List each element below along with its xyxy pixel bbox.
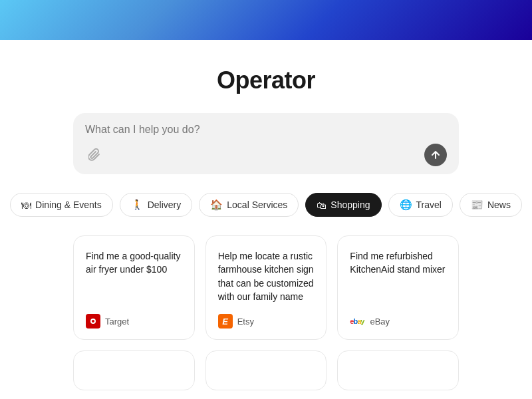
card-text: Find me a good-quality air fryer under $…	[86, 249, 182, 303]
tab-label-delivery: Delivery	[148, 200, 182, 210]
search-input[interactable]	[85, 124, 447, 136]
svg-point-2	[92, 320, 94, 323]
tab-icon-delivery: 🚶	[131, 199, 144, 211]
tab-label-local-services: Local Services	[227, 200, 287, 210]
tab-icon-travel: 🌐	[400, 199, 412, 211]
tab-news[interactable]: 📰News	[460, 193, 522, 217]
logo-target	[86, 314, 100, 329]
card-card-1[interactable]: Find me a good-quality air fryer under $…	[73, 235, 195, 340]
send-button[interactable]	[424, 144, 447, 166]
tab-icon-dining: 🍽	[21, 200, 31, 211]
tab-dining[interactable]: 🍽Dining & Events	[10, 193, 113, 217]
attach-icon[interactable]	[85, 146, 104, 164]
tab-label-travel: Travel	[416, 200, 442, 210]
cards-grid: Find me a good-quality air fryer under $…	[73, 235, 459, 340]
card-brand: Etsy	[237, 317, 254, 327]
card-footer: Target	[86, 314, 182, 329]
tab-shopping[interactable]: 🛍Shopping	[305, 193, 381, 217]
tab-label-dining: Dining & Events	[35, 200, 102, 210]
tab-delivery[interactable]: 🚶Delivery	[120, 193, 193, 217]
search-footer	[85, 144, 447, 166]
card-footer: EEtsy	[218, 314, 315, 329]
tab-label-shopping: Shopping	[331, 200, 370, 210]
tab-icon-local-services: 🏠	[210, 199, 223, 211]
tab-icon-news: 📰	[471, 199, 483, 211]
search-box	[73, 113, 459, 174]
card-stub-1	[73, 350, 195, 390]
card-text: Help me locate a rustic farmhouse kitche…	[218, 249, 315, 303]
bottom-cards-row	[73, 350, 459, 390]
app-title: Operator	[217, 66, 315, 94]
tab-icon-shopping: 🛍	[317, 200, 327, 211]
card-stub-2	[205, 350, 327, 390]
tab-label-news: News	[487, 200, 511, 210]
card-brand: eBay	[370, 317, 390, 327]
main-content: Operator 🍽Dining & Events🚶Delivery🏠Local…	[0, 0, 532, 390]
card-footer: ebayeBay	[350, 314, 446, 329]
tab-travel[interactable]: 🌐Travel	[388, 193, 453, 217]
tab-local-services[interactable]: 🏠Local Services	[199, 193, 299, 217]
logo-ebay: ebay	[350, 314, 365, 329]
card-text: Find me refurbished KitchenAid stand mix…	[350, 249, 446, 303]
card-card-3[interactable]: Find me refurbished KitchenAid stand mix…	[337, 235, 459, 340]
filter-tabs: 🍽Dining & Events🚶Delivery🏠Local Services…	[10, 193, 522, 217]
card-brand: Target	[105, 317, 129, 327]
logo-etsy: E	[218, 314, 233, 329]
card-card-2[interactable]: Help me locate a rustic farmhouse kitche…	[205, 235, 327, 340]
card-stub-3	[337, 350, 459, 390]
